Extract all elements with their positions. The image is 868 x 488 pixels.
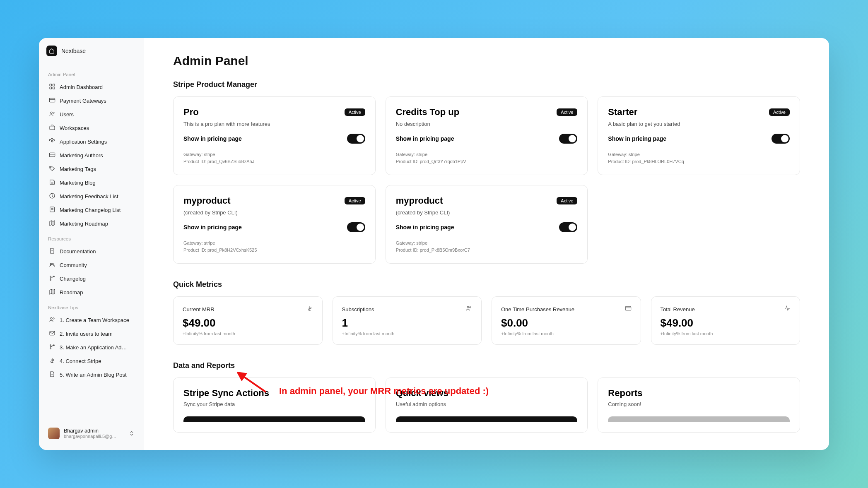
reports-section-title: Data and Reports [173,361,800,370]
status-badge: Active [345,197,365,204]
report-action-button[interactable] [608,416,790,422]
svg-rect-1 [53,84,55,86]
toggle-label: Show in pricing page [183,224,242,231]
report-description: Sync your Stripe data [183,401,365,407]
sidebar-item[interactable]: 4. Connect Stripe [46,354,136,368]
status-badge: Active [345,108,365,116]
svg-point-7 [53,112,54,113]
show-in-pricing-toggle[interactable] [347,222,365,232]
sidebar-item[interactable]: Community [46,258,136,272]
sidebar-item[interactable]: 2. Invite users to team [46,327,136,341]
sidebar-item-label: Marketing Tags [60,166,96,172]
svg-rect-0 [50,84,52,86]
svg-point-37 [470,307,471,308]
product-description: A basic plan to get you started [608,121,790,127]
show-in-pricing-toggle[interactable] [559,134,577,144]
status-badge: Active [557,108,577,116]
activity-icon [784,305,791,313]
sidebar-item-label: Users [60,111,74,118]
sidebar-item[interactable]: Marketing Blog [46,176,136,190]
product-card: Pro Active This is a pro plan with more … [173,96,376,175]
page-title: Admin Panel [173,54,800,68]
community-icon [49,261,55,269]
metric-sub: +Infinity% from last month [342,331,473,336]
tag-icon [49,165,55,173]
product-name: myproduct [183,195,231,206]
sidebar-item[interactable]: Application Settings [46,135,136,149]
metric-value: $49.00 [661,317,791,329]
toggle-label: Show in pricing page [608,135,666,142]
sidebar-item[interactable]: Workspaces [46,121,136,135]
sidebar-item-label: Payment Gateways [60,98,106,104]
sidebar-item[interactable]: Marketing Authors [46,149,136,162]
sidebar-item[interactable]: Marketing Changelog List [46,203,136,217]
svg-rect-2 [50,87,52,89]
product-name: Pro [183,107,199,118]
product-description: (created by Stripe CLI) [396,209,578,216]
status-badge: Active [557,197,577,204]
metric-label: Total Revenue [661,306,695,313]
status-badge: Active [769,108,790,116]
sidebar-item[interactable]: 5. Write an Admin Blog Post [46,368,136,382]
sidebar-item[interactable]: Changelog [46,272,136,286]
sidebar-item-label: Marketing Authors [60,152,103,159]
metric-value: $49.00 [183,317,313,329]
sidebar-item[interactable]: 3. Make an Application Ad… [46,341,136,354]
product-meta: Gateway: stripe Product ID: prod_Qrf3Y7r… [396,151,578,165]
doc-icon [49,371,55,379]
sidebar-item-label: 4. Connect Stripe [60,358,101,364]
svg-rect-4 [49,98,55,102]
report-card: Reports Coming soon! [598,377,800,433]
svg-rect-10 [49,153,55,156]
metric-card: One Time Purchases Revenue $0.00 +Infini… [492,296,641,345]
settings-icon [49,138,55,146]
metric-sub: +Infinity% from last month [501,331,632,336]
sidebar-item-label: 2. Invite users to team [60,331,113,337]
report-title: Reports [608,388,790,399]
user-profile[interactable]: Bhargav admin bhargavponnapalli.5@g… [46,424,136,442]
metric-value: 1 [342,317,473,329]
user-name: Bhargav admin [64,428,125,434]
report-action-button[interactable] [396,416,578,422]
svg-point-23 [53,263,54,265]
svg-point-22 [50,263,52,265]
show-in-pricing-toggle[interactable] [347,134,365,144]
sidebar-item[interactable]: Roadmap [46,286,136,299]
card-icon [49,151,55,159]
report-action-button[interactable] [183,416,365,422]
sidebar-item-label: 3. Make an Application Ad… [60,344,127,351]
sidebar-item-label: 5. Write an Admin Blog Post [60,372,127,378]
product-name: Credits Top up [396,107,460,118]
sidebar-item-label: Community [60,262,87,268]
product-description: No description [396,121,578,127]
toggle-label: Show in pricing page [396,135,454,142]
report-description: Useful admin options [396,401,578,407]
sidebar-item[interactable]: Marketing Roadmap [46,217,136,231]
sidebar-item[interactable]: Marketing Feedback List [46,190,136,203]
sidebar-item[interactable]: Admin Dashboard [46,80,136,94]
sidebar-item[interactable]: Documentation [46,245,136,258]
product-meta: Gateway: stripe Product ID: prod_Pk8H2VC… [183,240,365,253]
show-in-pricing-toggle[interactable] [772,134,790,144]
svg-point-9 [51,140,53,142]
sidebar-item[interactable]: Payment Gateways [46,94,136,108]
brand-logo[interactable]: Nextbase [46,46,136,56]
dollar-icon [49,357,55,365]
sidebar-item[interactable]: Users [46,108,136,121]
doc-icon [49,248,55,255]
sidebar-item[interactable]: 1. Create a Team Workspace [46,313,136,327]
svg-point-32 [50,345,51,346]
svg-point-33 [50,348,51,349]
report-card: Quick views Useful admin options [386,377,588,433]
sidebar-item-label: Marketing Roadmap [60,221,108,227]
svg-rect-3 [53,87,55,89]
report-title: Stripe Sync Actions [183,388,365,399]
sidebar-item[interactable]: Marketing Tags [46,162,136,176]
show-in-pricing-toggle[interactable] [559,222,577,232]
svg-rect-31 [50,331,55,335]
svg-point-6 [51,112,52,113]
sidebar-section-label: Nextbase Tips [48,305,135,310]
stripe-section-title: Stripe Product Manager [173,80,800,89]
users-icon [49,316,55,324]
users-icon [465,305,472,313]
